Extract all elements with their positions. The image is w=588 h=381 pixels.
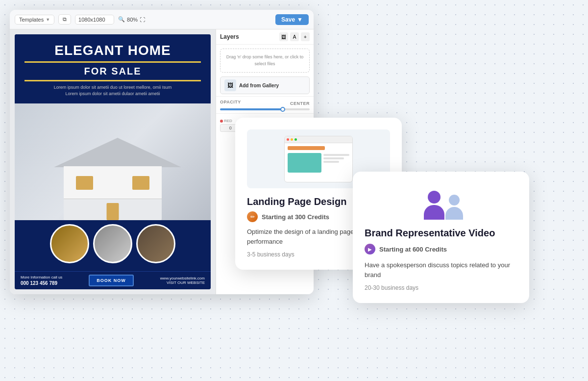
layer-icon-plus[interactable]: + — [301, 32, 310, 41]
zoom-control: 🔍 80% ⛶ — [118, 16, 145, 23]
copy-icon: ⧉ — [63, 16, 67, 23]
center-label: CENTER — [290, 101, 310, 106]
browser-dot-red — [287, 138, 289, 141]
house-illustration — [54, 142, 172, 220]
people-icon — [419, 185, 463, 220]
circle-photo-1 — [50, 224, 89, 263]
browser-content — [285, 143, 352, 176]
house-body — [64, 166, 162, 220]
browser-bar — [285, 136, 352, 143]
brand-icon-area — [365, 185, 517, 220]
flyer-subtitle: FOR SALE — [24, 66, 201, 77]
opacity-label: OPACITY — [220, 100, 241, 104]
chevron-down-icon: ▼ — [297, 16, 303, 23]
drag-drop-text: Drag 'n' drop some files here, or click … — [226, 54, 304, 66]
browser-mockup — [284, 136, 353, 182]
circle-photos — [21, 224, 205, 263]
opacity-section: OPACITY CENTER — [216, 96, 314, 113]
save-label: Save — [281, 16, 295, 23]
contact-label: More Information call us — [21, 275, 62, 279]
gallery-label: Add from Gallery — [239, 83, 279, 88]
layer-icon-img[interactable]: 🖼 — [279, 32, 288, 41]
brand-credits-row: ▶ Starting at 600 Credits — [365, 244, 517, 254]
brand-card-description: Have a spokesperson discuss topics relat… — [365, 260, 517, 279]
browser-line-2 — [323, 157, 344, 159]
website-url: www.yourwebsitelink.com — [160, 276, 205, 280]
landing-credits-label: Starting at 300 Credits — [262, 213, 329, 221]
browser-dot-green — [294, 138, 297, 141]
phone-number: 000 123 456 789 — [21, 280, 62, 286]
flyer-footer: More Information call us 000 123 456 789… — [15, 271, 211, 289]
person-main — [424, 191, 444, 220]
browser-dot-yellow — [291, 138, 293, 141]
red-dot — [220, 120, 223, 123]
browser-line-3 — [323, 161, 339, 163]
book-now-button[interactable]: BOOK NOW — [89, 275, 134, 286]
opacity-row: OPACITY CENTER — [220, 100, 310, 106]
red-label: RED — [224, 119, 232, 123]
copy-btn[interactable]: ⧉ — [58, 14, 71, 25]
drag-drop-area[interactable]: Drag 'n' drop some files here, or click … — [220, 49, 310, 73]
circle-photo-3 — [136, 224, 175, 263]
brand-video-card: Brand Representative Video ▶ Starting at… — [353, 172, 529, 303]
zoom-value: 80% — [127, 17, 138, 23]
flyer-title: ELEGANT HOME — [24, 43, 201, 58]
credits-icon: ✏ — [247, 211, 258, 222]
brand-credits-label: Starting at 600 Credits — [379, 246, 447, 253]
editor-toolbar: Templates ▼ ⧉ 1080x1080 🔍 80% ⛶ Save ▼ — [10, 10, 314, 29]
person-secondary — [445, 195, 463, 220]
visit-label: VISIT OUR WEBSITE — [160, 280, 205, 285]
footer-website: www.yourwebsitelink.com VISIT OUR WEBSIT… — [160, 276, 205, 285]
gold-divider-2 — [24, 80, 201, 81]
gold-divider — [24, 61, 201, 63]
brand-card-title: Brand Representative Video — [365, 228, 517, 239]
house-window-2 — [132, 176, 149, 190]
flyer: ELEGANT HOME FOR SALE Lorem ipsum dolor … — [15, 34, 211, 289]
video-credits-icon: ▶ — [365, 244, 375, 254]
flyer-header: ELEGANT HOME FOR SALE Lorem ipsum dolor … — [15, 34, 211, 103]
layers-icons: 🖼 A + — [279, 32, 310, 41]
person-head-secondary — [449, 195, 460, 205]
browser-text-lines — [323, 154, 349, 173]
house-roof — [54, 138, 181, 167]
layers-header: Layers 🖼 A + — [216, 29, 314, 45]
gallery-icon: 🖼 — [224, 79, 236, 91]
browser-orange-line — [288, 146, 325, 150]
canvas-area[interactable]: ELEGANT HOME FOR SALE Lorem ipsum dolor … — [10, 29, 216, 294]
zoom-icon: 🔍 — [118, 16, 125, 23]
person-head-main — [428, 191, 441, 203]
save-button[interactable]: Save ▼ — [275, 14, 309, 25]
flyer-bottom — [15, 220, 211, 271]
layer-icon-text[interactable]: A — [290, 32, 299, 41]
flyer-description: Lorem ipsum dolor sit ametii duo ut lore… — [24, 84, 201, 98]
opacity-slider[interactable] — [220, 108, 310, 110]
add-from-gallery-btn[interactable]: 🖼 Add from Gallery — [220, 76, 310, 94]
templates-btn[interactable]: Templates ▼ — [15, 15, 54, 25]
chevron-down-icon: ▼ — [46, 17, 50, 22]
templates-label: Templates — [19, 17, 44, 23]
flyer-main-image — [15, 103, 211, 220]
slider-thumb — [280, 107, 285, 112]
house-window-door — [107, 203, 119, 220]
footer-contact: More Information call us 000 123 456 789 — [21, 275, 62, 286]
expand-icon: ⛶ — [140, 17, 145, 23]
layers-title: Layers — [220, 33, 239, 40]
size-input[interactable]: 1080x1080 — [75, 15, 114, 25]
browser-teal-block — [288, 153, 321, 173]
house-window-1 — [76, 176, 93, 190]
circle-photo-2 — [93, 224, 132, 263]
brand-card-days: 20-30 business days — [365, 284, 517, 291]
person-body-secondary — [445, 207, 463, 220]
person-body-main — [424, 205, 444, 220]
browser-line-1 — [323, 154, 349, 156]
